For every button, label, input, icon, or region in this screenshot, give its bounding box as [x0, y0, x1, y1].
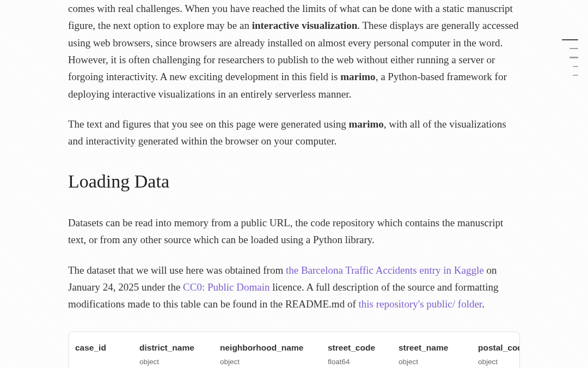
toc-entry[interactable] [569, 57, 578, 58]
paragraph-loading-1: Datasets can be read into memory from a … [68, 214, 520, 249]
heading-loading-data: Loading Data [68, 166, 520, 197]
link-repo-public-folder[interactable]: this repository's public/ folder [358, 298, 482, 310]
paragraph-intro-2: The text and figures that you see on thi… [68, 116, 520, 150]
text-segment: . [482, 298, 485, 310]
column-name: street_name [399, 343, 448, 352]
emphasis-interactive-viz: interactive visualization [252, 20, 358, 31]
toc-entry[interactable] [573, 75, 578, 76]
column-header-neighborhood-name[interactable]: neighborhood_name object unique: 75 null… [213, 339, 321, 368]
table-of-contents-minimap [562, 39, 578, 76]
table-header-row: case_id district_name object unique: 11 … [69, 332, 519, 368]
paragraph-intro-1: comes with real challenges. When you hav… [68, 0, 520, 102]
column-header-postal-code[interactable]: postal_code object unique: 5,576 nulls: … [471, 339, 520, 368]
column-name: district_name [139, 343, 194, 352]
column-header-street-name[interactable]: street_name object unique: 9,463 nulls: … [392, 339, 471, 368]
column-dtype: object [220, 356, 315, 368]
article-content: comes with real challenges. When you hav… [57, 0, 531, 368]
toc-entry[interactable] [573, 66, 578, 67]
link-kaggle-dataset[interactable]: the Barcelona Traffic Accidents entry in… [286, 264, 484, 276]
column-name: street_code [328, 343, 375, 352]
toc-entry[interactable] [562, 39, 578, 40]
column-dtype: float64 [328, 356, 385, 368]
dataframe-preview[interactable]: case_id district_name object unique: 11 … [68, 331, 520, 368]
text-segment: The dataset that we will use here was ob… [68, 264, 286, 276]
column-header-district-name[interactable]: district_name object unique: 11 nulls: 0 [133, 339, 213, 368]
column-name: neighborhood_name [220, 343, 303, 352]
column-header-street-code[interactable]: street_code float64 min: -1 max: 701,869… [321, 339, 392, 368]
column-name: case_id [75, 343, 106, 352]
column-dtype: object [478, 356, 520, 368]
toc-entry[interactable] [569, 48, 578, 49]
column-header-case-id[interactable]: case_id [69, 339, 133, 368]
column-name: postal_code [478, 343, 520, 352]
paragraph-loading-2: The dataset that we will use here was ob… [68, 262, 520, 313]
link-cc0-licence[interactable]: CC0: Public Domain [183, 281, 270, 293]
text-segment: The text and figures that you see on thi… [68, 118, 348, 130]
emphasis-marimo: marimo [340, 71, 375, 82]
emphasis-marimo-2: marimo [348, 118, 383, 130]
column-dtype: object [399, 356, 465, 368]
column-dtype: object [139, 356, 207, 368]
